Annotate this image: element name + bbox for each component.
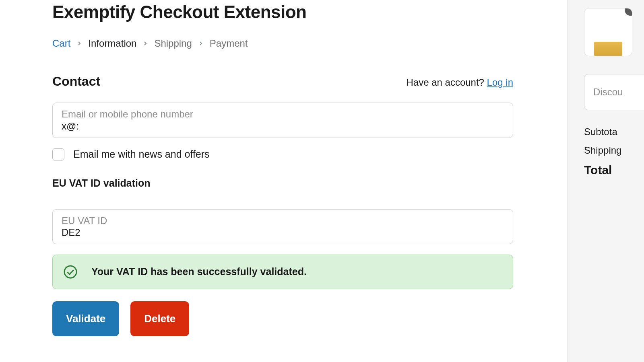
vat-field-wrapper[interactable]: EU VAT ID	[52, 209, 513, 244]
validate-button[interactable]: Validate	[52, 301, 119, 336]
breadcrumb-cart[interactable]: Cart	[52, 38, 70, 49]
discount-code-field[interactable]: Discou	[584, 74, 644, 110]
quantity-badge	[625, 8, 632, 16]
newsletter-checkbox[interactable]	[52, 148, 64, 160]
product-thumbnail[interactable]	[584, 8, 632, 56]
breadcrumb: Cart Information Shipping Payment	[52, 38, 568, 49]
contact-heading: Contact	[52, 74, 100, 89]
vat-success-banner: Your VAT ID has been successfully valida…	[52, 255, 513, 289]
email-field-label: Email or mobile phone number	[62, 108, 504, 120]
breadcrumb-payment[interactable]: Payment	[210, 38, 248, 49]
subtotal-label: Subtota	[584, 126, 644, 138]
email-field[interactable]	[62, 121, 504, 132]
total-label: Total	[584, 163, 644, 177]
breadcrumb-shipping[interactable]: Shipping	[154, 38, 192, 49]
email-field-wrapper[interactable]: Email or mobile phone number	[52, 103, 513, 138]
vat-field-label: EU VAT ID	[62, 214, 504, 227]
vat-field[interactable]	[62, 227, 504, 238]
shipping-label: Shipping	[584, 145, 644, 156]
chevron-right-icon	[142, 40, 149, 47]
breadcrumb-information: Information	[88, 38, 136, 49]
product-image	[594, 42, 622, 56]
check-circle-icon	[63, 265, 78, 279]
page-title: Exemptify Checkout Extension	[52, 2, 568, 22]
newsletter-label: Email me with news and offers	[73, 148, 210, 160]
account-prompt-text: Have an account?	[406, 77, 484, 88]
svg-point-0	[64, 266, 76, 278]
delete-button[interactable]: Delete	[130, 301, 189, 336]
account-prompt: Have an account? Log in	[406, 77, 513, 88]
login-link[interactable]: Log in	[487, 77, 513, 88]
chevron-right-icon	[198, 40, 204, 47]
chevron-right-icon	[76, 40, 83, 47]
vat-heading: EU VAT ID validation	[52, 177, 568, 189]
vat-success-text: Your VAT ID has been successfully valida…	[91, 266, 307, 278]
order-summary-sidebar: Discou Subtota Shipping Total	[568, 0, 644, 362]
